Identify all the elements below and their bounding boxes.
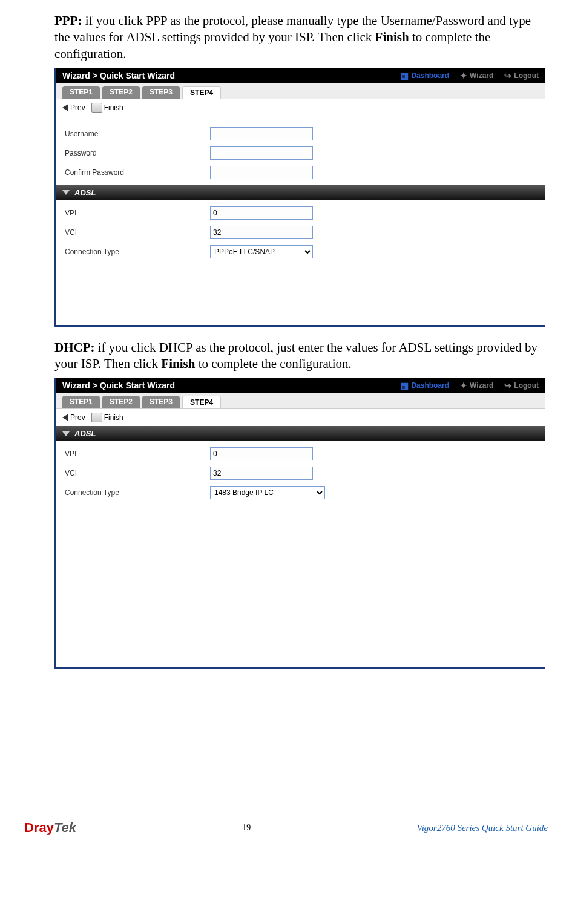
vpi-input[interactable] [210, 206, 313, 220]
wizard-link[interactable]: ✦Wizard [460, 71, 493, 80]
vpi-label: VPI [65, 209, 210, 217]
finish-button[interactable]: Finish [91, 103, 123, 113]
username-row: Username [65, 127, 536, 140]
tab-step3[interactable]: STEP3 [142, 86, 180, 99]
wizard-toolbar: Prev Finish [56, 99, 545, 116]
vci-row: VCI [65, 467, 536, 480]
prev-button[interactable]: Prev [62, 413, 85, 422]
tab-step4[interactable]: STEP4 [182, 396, 221, 408]
ppp-label: PPP: [54, 13, 82, 28]
wizard-screenshot-dhcp: Wizard > Quick Start Wizard ▦Dashboard ✦… [54, 378, 545, 669]
adsl-label: ADSL [74, 188, 96, 197]
finish-button[interactable]: Finish [91, 413, 123, 422]
username-label: Username [65, 129, 210, 138]
vpi-label: VPI [65, 450, 210, 458]
chevron-down-icon [62, 190, 70, 195]
vci-row: VCI [65, 226, 536, 239]
step-tabs: STEP1 STEP2 STEP3 STEP4 [56, 393, 545, 408]
wizard-body: Username Password Confirm Password ADSL … [56, 116, 545, 325]
guide-title: Vigor2760 Series Quick Start Guide [417, 823, 548, 833]
dashboard-link[interactable]: ▦Dashboard [401, 381, 449, 390]
logo-dray: Dray [24, 820, 54, 835]
vci-label: VCI [65, 469, 210, 477]
grid-icon: ▦ [401, 71, 409, 80]
logo: DrayTek [24, 820, 76, 836]
wizard-body: ADSL VPI VCI Connection Type 1483 Bridge… [56, 426, 545, 667]
finish-icon [91, 103, 102, 113]
wizard-title: Wizard > Quick Start Wizard [62, 71, 175, 80]
instruction-ppp: PPP: if you click PPP as the protocol, p… [54, 13, 545, 62]
instruction-dhcp: DHCP: if you click DHCP as the protocol,… [54, 339, 545, 373]
confirm-label: Confirm Password [65, 168, 210, 177]
header-nav: ▦Dashboard ✦Wizard ↪Logout [401, 71, 539, 80]
vpi-row: VPI [65, 206, 536, 220]
vci-input[interactable] [210, 467, 313, 480]
wizard-header: Wizard > Quick Start Wizard ▦Dashboard ✦… [56, 68, 545, 83]
wizard-toolbar: Prev Finish [56, 408, 545, 426]
adsl-section-bar[interactable]: ADSL [56, 185, 545, 200]
password-label: Password [65, 149, 210, 157]
vci-input[interactable] [210, 226, 313, 239]
dhcp-label: DHCP: [54, 340, 95, 355]
tab-step3[interactable]: STEP3 [142, 396, 180, 408]
wand-icon: ✦ [460, 71, 467, 80]
arrow-left-icon [62, 414, 68, 421]
step-tabs: STEP1 STEP2 STEP3 STEP4 [56, 83, 545, 99]
password-row: Password [65, 146, 536, 160]
username-input[interactable] [210, 127, 313, 140]
grid-icon: ▦ [401, 381, 409, 390]
adsl-section-bar[interactable]: ADSL [56, 426, 545, 441]
wizard-header: Wizard > Quick Start Wizard ▦Dashboard ✦… [56, 378, 545, 393]
tab-step2[interactable]: STEP2 [102, 86, 140, 99]
ctype-row: Connection Type 1483 Bridge IP LC [65, 486, 536, 499]
page-footer: DrayTek 19 Vigor2760 Series Quick Start … [18, 820, 554, 848]
wizard-link[interactable]: ✦Wizard [460, 381, 493, 390]
vci-label: VCI [65, 228, 210, 237]
confirm-input[interactable] [210, 166, 313, 179]
dashboard-link[interactable]: ▦Dashboard [401, 71, 449, 80]
page-number: 19 [242, 823, 251, 833]
vpi-input[interactable] [210, 447, 313, 460]
logout-icon: ↪ [504, 381, 511, 390]
dhcp-finish: Finish [161, 356, 195, 371]
confirm-row: Confirm Password [65, 166, 536, 179]
arrow-left-icon [62, 104, 68, 111]
dhcp-text2: to complete the configuration. [195, 356, 351, 371]
logout-link[interactable]: ↪Logout [504, 381, 539, 390]
adsl-label: ADSL [74, 429, 96, 438]
logout-link[interactable]: ↪Logout [504, 71, 539, 80]
tab-step1[interactable]: STEP1 [62, 86, 100, 99]
wizard-screenshot-ppp: Wizard > Quick Start Wizard ▦Dashboard ✦… [54, 68, 545, 327]
logo-tek: Tek [54, 820, 76, 835]
ppp-finish: Finish [375, 30, 409, 44]
logout-icon: ↪ [504, 71, 511, 80]
tab-step4[interactable]: STEP4 [182, 86, 221, 99]
prev-button[interactable]: Prev [62, 103, 85, 112]
ctype-row: Connection Type PPPoE LLC/SNAP [65, 245, 536, 258]
finish-icon [91, 413, 102, 422]
password-input[interactable] [210, 146, 313, 160]
ctype-select[interactable]: PPPoE LLC/SNAP [210, 245, 313, 258]
ctype-label: Connection Type [65, 488, 210, 497]
header-nav: ▦Dashboard ✦Wizard ↪Logout [401, 381, 539, 390]
ctype-label: Connection Type [65, 247, 210, 256]
wizard-title: Wizard > Quick Start Wizard [62, 381, 175, 390]
tab-step2[interactable]: STEP2 [102, 396, 140, 408]
tab-step1[interactable]: STEP1 [62, 396, 100, 408]
ctype-select[interactable]: 1483 Bridge IP LC [210, 486, 325, 499]
vpi-row: VPI [65, 447, 536, 460]
wand-icon: ✦ [460, 381, 467, 390]
chevron-down-icon [62, 431, 70, 436]
